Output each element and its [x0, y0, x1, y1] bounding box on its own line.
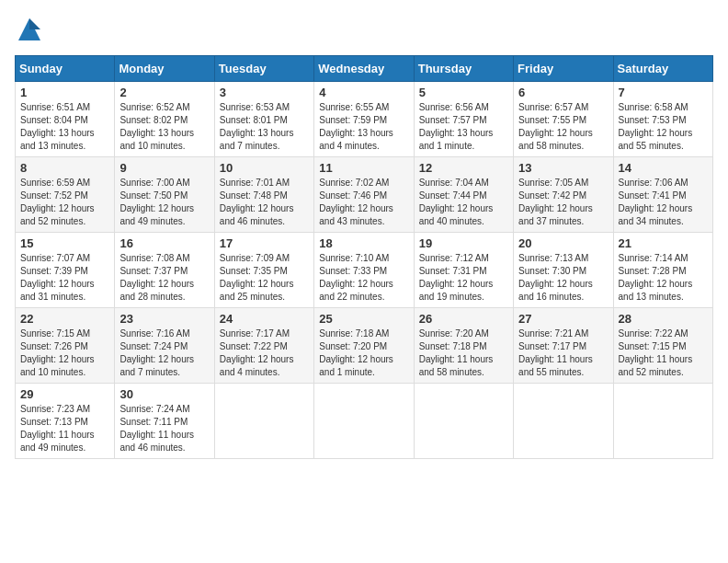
day-number: 9 — [119, 161, 209, 175]
day-number: 13 — [518, 161, 608, 175]
cell-info: Sunrise: 7:05 AM Sunset: 7:42 PM Dayligh… — [518, 177, 608, 228]
day-number: 14 — [619, 161, 708, 175]
calendar-cell — [514, 384, 613, 459]
calendar-cell — [414, 384, 513, 459]
calendar-cell: 9Sunrise: 7:00 AM Sunset: 7:50 PM Daylig… — [115, 157, 214, 233]
cell-info: Sunrise: 7:01 AM Sunset: 7:48 PM Dayligh… — [220, 177, 309, 228]
weekday-header-monday: Monday — [115, 56, 214, 82]
day-number: 22 — [20, 312, 109, 326]
day-number: 11 — [319, 161, 408, 175]
calendar-cell: 21Sunrise: 7:14 AM Sunset: 7:28 PM Dayli… — [613, 233, 712, 308]
calendar-cell — [613, 384, 712, 459]
cell-info: Sunrise: 7:24 AM Sunset: 7:11 PM Dayligh… — [119, 403, 209, 454]
calendar-cell: 25Sunrise: 7:18 AM Sunset: 7:20 PM Dayli… — [314, 308, 414, 384]
cell-info: Sunrise: 7:12 AM Sunset: 7:31 PM Dayligh… — [419, 252, 508, 304]
calendar-cell: 27Sunrise: 7:21 AM Sunset: 7:17 PM Dayli… — [514, 308, 613, 384]
day-number: 26 — [419, 312, 508, 326]
day-number: 15 — [20, 236, 109, 250]
cell-info: Sunrise: 7:08 AM Sunset: 7:37 PM Dayligh… — [119, 252, 209, 304]
weekday-header-sunday: Sunday — [16, 56, 115, 82]
calendar-week-2: 8Sunrise: 6:59 AM Sunset: 7:52 PM Daylig… — [16, 157, 713, 233]
cell-info: Sunrise: 6:51 AM Sunset: 8:04 PM Dayligh… — [20, 101, 109, 153]
calendar-cell: 17Sunrise: 7:09 AM Sunset: 7:35 PM Dayli… — [214, 233, 313, 308]
calendar-cell: 5Sunrise: 6:56 AM Sunset: 7:57 PM Daylig… — [414, 82, 513, 157]
day-number: 10 — [220, 161, 309, 175]
calendar-cell: 6Sunrise: 6:57 AM Sunset: 7:55 PM Daylig… — [514, 82, 613, 157]
day-number: 28 — [619, 312, 708, 326]
calendar-cell: 7Sunrise: 6:58 AM Sunset: 7:53 PM Daylig… — [613, 82, 712, 157]
cell-info: Sunrise: 7:16 AM Sunset: 7:24 PM Dayligh… — [119, 327, 209, 379]
calendar-cell: 23Sunrise: 7:16 AM Sunset: 7:24 PM Dayli… — [115, 308, 214, 384]
day-number: 23 — [119, 312, 209, 326]
day-number: 25 — [319, 312, 408, 326]
calendar-cell: 12Sunrise: 7:04 AM Sunset: 7:44 PM Dayli… — [414, 157, 513, 233]
calendar-cell: 29Sunrise: 7:23 AM Sunset: 7:13 PM Dayli… — [16, 384, 115, 459]
day-number: 5 — [419, 86, 508, 99]
cell-info: Sunrise: 7:21 AM Sunset: 7:17 PM Dayligh… — [518, 327, 608, 379]
cell-info: Sunrise: 6:55 AM Sunset: 7:59 PM Dayligh… — [319, 101, 408, 153]
day-number: 20 — [518, 236, 608, 250]
day-number: 27 — [518, 312, 608, 326]
calendar-cell: 4Sunrise: 6:55 AM Sunset: 7:59 PM Daylig… — [314, 82, 414, 157]
weekday-header-row: SundayMondayTuesdayWednesdayThursdayFrid… — [16, 56, 713, 82]
cell-info: Sunrise: 7:18 AM Sunset: 7:20 PM Dayligh… — [319, 327, 408, 379]
day-number: 4 — [319, 86, 408, 99]
weekday-header-wednesday: Wednesday — [314, 56, 414, 82]
day-number: 1 — [20, 86, 109, 99]
cell-info: Sunrise: 7:07 AM Sunset: 7:39 PM Dayligh… — [20, 252, 109, 304]
calendar-cell: 3Sunrise: 6:53 AM Sunset: 8:01 PM Daylig… — [214, 82, 313, 157]
svg-marker-1 — [29, 18, 40, 29]
day-number: 3 — [220, 86, 309, 99]
calendar-cell: 14Sunrise: 7:06 AM Sunset: 7:41 PM Dayli… — [613, 157, 712, 233]
cell-info: Sunrise: 7:22 AM Sunset: 7:15 PM Dayligh… — [619, 327, 708, 379]
calendar-cell — [214, 384, 313, 459]
calendar-cell: 22Sunrise: 7:15 AM Sunset: 7:26 PM Dayli… — [16, 308, 115, 384]
day-number: 8 — [20, 161, 109, 175]
day-number: 6 — [518, 86, 608, 99]
calendar-cell: 10Sunrise: 7:01 AM Sunset: 7:48 PM Dayli… — [214, 157, 313, 233]
calendar-week-3: 15Sunrise: 7:07 AM Sunset: 7:39 PM Dayli… — [16, 233, 713, 308]
calendar-cell: 8Sunrise: 6:59 AM Sunset: 7:52 PM Daylig… — [16, 157, 115, 233]
calendar-week-1: 1Sunrise: 6:51 AM Sunset: 8:04 PM Daylig… — [16, 82, 713, 157]
day-number: 12 — [419, 161, 508, 175]
logo-icon — [15, 15, 44, 44]
calendar-cell — [314, 384, 414, 459]
day-number: 30 — [119, 387, 209, 401]
day-number: 19 — [419, 236, 508, 250]
cell-info: Sunrise: 6:59 AM Sunset: 7:52 PM Dayligh… — [20, 177, 109, 228]
calendar-cell: 30Sunrise: 7:24 AM Sunset: 7:11 PM Dayli… — [115, 384, 214, 459]
cell-info: Sunrise: 7:23 AM Sunset: 7:13 PM Dayligh… — [20, 403, 109, 454]
page-header — [15, 15, 713, 44]
cell-info: Sunrise: 7:10 AM Sunset: 7:33 PM Dayligh… — [319, 252, 408, 304]
cell-info: Sunrise: 6:52 AM Sunset: 8:02 PM Dayligh… — [119, 101, 209, 153]
calendar-cell: 13Sunrise: 7:05 AM Sunset: 7:42 PM Dayli… — [514, 157, 613, 233]
calendar-cell: 16Sunrise: 7:08 AM Sunset: 7:37 PM Dayli… — [115, 233, 214, 308]
cell-info: Sunrise: 7:13 AM Sunset: 7:30 PM Dayligh… — [518, 252, 608, 304]
weekday-header-friday: Friday — [514, 56, 613, 82]
cell-info: Sunrise: 6:56 AM Sunset: 7:57 PM Dayligh… — [419, 101, 508, 153]
day-number: 29 — [20, 387, 109, 401]
cell-info: Sunrise: 7:02 AM Sunset: 7:46 PM Dayligh… — [319, 177, 408, 228]
calendar-table: SundayMondayTuesdayWednesdayThursdayFrid… — [15, 55, 713, 459]
calendar-cell: 20Sunrise: 7:13 AM Sunset: 7:30 PM Dayli… — [514, 233, 613, 308]
calendar-cell: 1Sunrise: 6:51 AM Sunset: 8:04 PM Daylig… — [16, 82, 115, 157]
cell-info: Sunrise: 7:17 AM Sunset: 7:22 PM Dayligh… — [220, 327, 309, 379]
cell-info: Sunrise: 7:06 AM Sunset: 7:41 PM Dayligh… — [619, 177, 708, 228]
calendar-cell: 2Sunrise: 6:52 AM Sunset: 8:02 PM Daylig… — [115, 82, 214, 157]
cell-info: Sunrise: 7:20 AM Sunset: 7:18 PM Dayligh… — [419, 327, 508, 379]
weekday-header-tuesday: Tuesday — [214, 56, 313, 82]
calendar-cell: 18Sunrise: 7:10 AM Sunset: 7:33 PM Dayli… — [314, 233, 414, 308]
cell-info: Sunrise: 6:53 AM Sunset: 8:01 PM Dayligh… — [220, 101, 309, 153]
day-number: 24 — [220, 312, 309, 326]
logo — [15, 15, 48, 44]
day-number: 18 — [319, 236, 408, 250]
calendar-cell: 11Sunrise: 7:02 AM Sunset: 7:46 PM Dayli… — [314, 157, 414, 233]
cell-info: Sunrise: 7:00 AM Sunset: 7:50 PM Dayligh… — [119, 177, 209, 228]
day-number: 21 — [619, 236, 708, 250]
calendar-cell: 15Sunrise: 7:07 AM Sunset: 7:39 PM Dayli… — [16, 233, 115, 308]
cell-info: Sunrise: 7:04 AM Sunset: 7:44 PM Dayligh… — [419, 177, 508, 228]
calendar-week-4: 22Sunrise: 7:15 AM Sunset: 7:26 PM Dayli… — [16, 308, 713, 384]
weekday-header-saturday: Saturday — [613, 56, 712, 82]
cell-info: Sunrise: 7:15 AM Sunset: 7:26 PM Dayligh… — [20, 327, 109, 379]
weekday-header-thursday: Thursday — [414, 56, 513, 82]
